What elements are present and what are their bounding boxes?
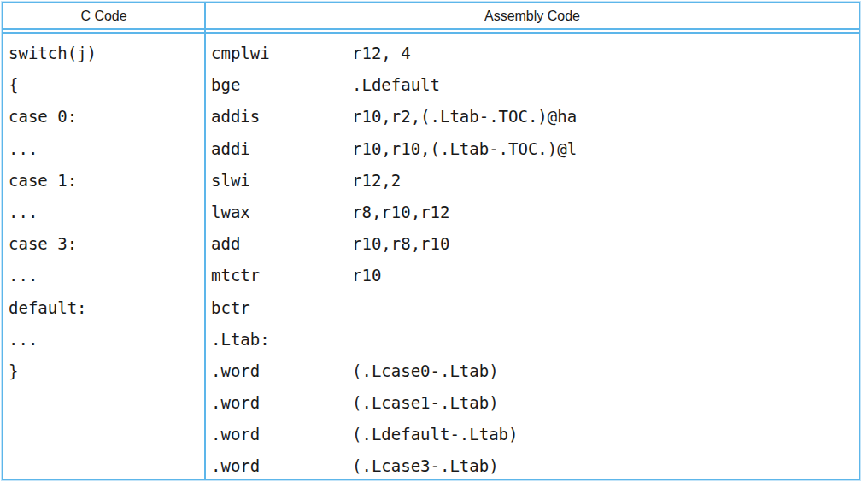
assembly-code-header-cell: Assembly Code: [206, 3, 859, 28]
asm-mnemonic: slwi: [211, 165, 352, 197]
asm-code-line: addisr10,r2,(.Ltab-.TOC.)@ha: [211, 101, 859, 132]
header-gap-left: [3, 30, 206, 32]
asm-code-line: bctr: [211, 292, 859, 324]
asm-operands: r12,2: [352, 171, 401, 190]
asm-code-line: .word(.Lcase1-.Ltab): [211, 387, 859, 419]
asm-operands: (.Lcase1-.Ltab): [352, 393, 499, 412]
c-code-line: case 1:: [9, 165, 204, 197]
asm-mnemonic: .word: [211, 419, 352, 450]
asm-mnemonic: lwax: [211, 197, 352, 228]
asm-code-line: .word(.Ldefault-.Ltab): [211, 419, 859, 450]
c-code-line: ...: [9, 324, 204, 356]
asm-operands: r12, 4: [352, 44, 411, 62]
asm-mnemonic: .word: [211, 450, 352, 482]
c-code-line: case 3:: [9, 228, 204, 260]
c-code-line: ...: [9, 197, 204, 228]
asm-mnemonic: .word: [211, 356, 352, 387]
c-code-line: }: [9, 356, 204, 387]
asm-mnemonic: .word: [211, 387, 352, 419]
asm-mnemonic: add: [211, 228, 352, 260]
code-comparison-table: C Code Assembly Code switch(j){case 0:..…: [2, 2, 860, 480]
asm-mnemonic: bge: [211, 69, 352, 101]
assembly-code-column: cmplwir12, 4bge.Ldefaultaddisr10,r2,(.Lt…: [206, 34, 859, 479]
c-code-line: default:: [9, 292, 204, 324]
c-code-line: ...: [9, 260, 204, 291]
asm-mnemonic: cmplwi: [211, 38, 352, 69]
asm-code-line: slwir12,2: [211, 165, 859, 197]
asm-mnemonic: bctr: [211, 292, 352, 324]
asm-code-line: addir10,r10,(.Ltab-.TOC.)@l: [211, 133, 859, 165]
c-code-line: ...: [9, 133, 204, 165]
c-code-line: {: [9, 69, 204, 101]
c-code-line: [9, 450, 204, 482]
asm-mnemonic: mtctr: [211, 260, 352, 291]
asm-mnemonic: .Ltab:: [211, 324, 352, 356]
asm-operands: r8,r10,r12: [352, 203, 449, 221]
asm-operands: r10,r2,(.Ltab-.TOC.)@ha: [352, 107, 577, 126]
asm-mnemonic: addi: [211, 133, 352, 165]
asm-code-line: .word(.Lcase3-.Ltab): [211, 450, 859, 482]
c-code-header-cell: C Code: [3, 3, 206, 28]
asm-operands: .Ldefault: [352, 75, 440, 94]
asm-operands: (.Ldefault-.Ltab): [352, 425, 518, 444]
table-body: switch(j){case 0:...case 1:...case 3:...…: [3, 34, 859, 479]
asm-code-line: .word(.Lcase0-.Ltab): [211, 356, 859, 387]
asm-mnemonic: addis: [211, 101, 352, 132]
c-code-line: switch(j): [9, 38, 204, 69]
c-code-line: case 0:: [9, 101, 204, 132]
asm-operands: (.Lcase3-.Ltab): [352, 456, 499, 475]
c-code-line: [9, 387, 204, 419]
asm-code-line: .Ltab:: [211, 324, 859, 356]
asm-code-line: cmplwir12, 4: [211, 38, 859, 69]
asm-operands: r10: [352, 266, 381, 285]
table-header-row: C Code Assembly Code: [3, 3, 859, 30]
header-gap-right: [206, 30, 859, 32]
c-code-line: [9, 419, 204, 450]
asm-operands: r10,r10,(.Ltab-.TOC.)@l: [352, 139, 577, 158]
asm-operands: r10,r8,r10: [352, 234, 449, 253]
asm-code-line: bge.Ldefault: [211, 69, 859, 101]
asm-operands: (.Lcase0-.Ltab): [352, 362, 499, 380]
asm-code-line: lwaxr8,r10,r12: [211, 197, 859, 228]
asm-code-line: mtctrr10: [211, 260, 859, 291]
asm-code-line: addr10,r8,r10: [211, 228, 859, 260]
c-code-column: switch(j){case 0:...case 1:...case 3:...…: [3, 34, 206, 479]
